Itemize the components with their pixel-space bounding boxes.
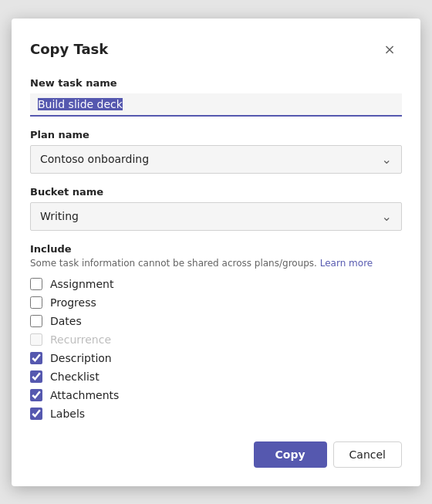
bucket-name-select[interactable]: Writing ⌄ — [30, 202, 402, 231]
checkbox-assignment[interactable] — [30, 278, 42, 290]
checkbox-label-dates: Dates — [50, 315, 82, 327]
checkbox-checklist[interactable] — [30, 370, 42, 383]
chevron-down-icon: ⌄ — [382, 152, 392, 167]
checkbox-item-assignment[interactable]: Assignment — [30, 278, 402, 290]
learn-more-link[interactable]: Learn more — [320, 258, 373, 269]
include-section: Include Some task information cannot be … — [30, 243, 402, 420]
include-checkboxes: AssignmentProgressDatesRecurrenceDescrip… — [30, 278, 402, 420]
checkbox-dates[interactable] — [30, 315, 42, 327]
cancel-button[interactable]: Cancel — [333, 441, 402, 468]
bucket-name-label: Bucket name — [30, 186, 402, 198]
checkbox-item-recurrence: Recurrence — [30, 333, 402, 346]
checkbox-label-description: Description — [50, 352, 112, 364]
plan-name-select[interactable]: Contoso onboarding ⌄ — [30, 145, 402, 174]
task-name-input-wrapper[interactable]: Build slide deck — [30, 93, 402, 117]
include-title: Include — [30, 243, 402, 255]
checkbox-label-assignment: Assignment — [50, 278, 113, 290]
checkbox-item-labels[interactable]: Labels — [30, 408, 402, 420]
checkbox-progress[interactable] — [30, 296, 42, 309]
task-name-group: New task name Build slide deck — [30, 77, 402, 117]
dialog-title: Copy Task — [30, 41, 108, 57]
copy-task-dialog: Copy Task × New task name Build slide de… — [12, 19, 420, 486]
include-note: Some task information cannot be shared a… — [30, 258, 402, 269]
checkbox-label-labels: Labels — [50, 408, 85, 420]
checkbox-label-progress: Progress — [50, 296, 96, 309]
checkbox-item-progress[interactable]: Progress — [30, 296, 402, 309]
checkbox-label-recurrence: Recurrence — [50, 333, 111, 346]
plan-name-group: Plan name Contoso onboarding ⌄ — [30, 129, 402, 174]
checkbox-item-dates[interactable]: Dates — [30, 315, 402, 327]
checkbox-attachments[interactable] — [30, 389, 42, 401]
dialog-header: Copy Task × — [30, 37, 402, 62]
checkbox-recurrence — [30, 333, 42, 346]
checkbox-item-checklist[interactable]: Checklist — [30, 370, 402, 383]
checkbox-description[interactable] — [30, 352, 42, 364]
close-button[interactable]: × — [377, 37, 402, 62]
chevron-down-icon: ⌄ — [382, 209, 392, 224]
copy-button[interactable]: Copy — [254, 441, 327, 468]
close-icon: × — [383, 41, 395, 57]
checkbox-item-description[interactable]: Description — [30, 352, 402, 364]
checkbox-label-attachments: Attachments — [50, 389, 119, 401]
checkbox-labels[interactable] — [30, 408, 42, 420]
checkbox-item-attachments[interactable]: Attachments — [30, 389, 402, 401]
plan-name-label: Plan name — [30, 129, 402, 140]
task-name-label: New task name — [30, 77, 402, 89]
checkbox-label-checklist: Checklist — [50, 370, 100, 383]
plan-name-value: Contoso onboarding — [40, 153, 149, 165]
dialog-footer: Copy Cancel — [30, 441, 402, 468]
bucket-name-group: Bucket name Writing ⌄ — [30, 186, 402, 231]
bucket-name-value: Writing — [40, 210, 79, 222]
task-name-value: Build slide deck — [38, 98, 123, 110]
